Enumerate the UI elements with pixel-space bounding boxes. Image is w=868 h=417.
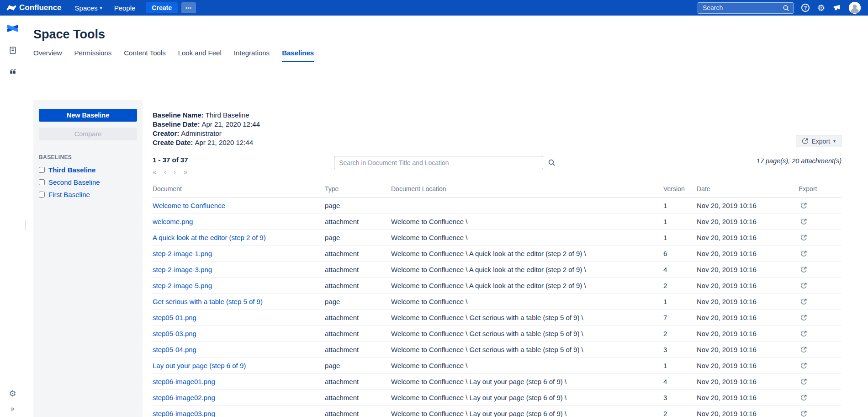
sidebar-item-pages[interactable] — [8, 46, 17, 55]
tab[interactable]: Look and Feel — [178, 49, 222, 62]
pager-button[interactable]: › — [174, 168, 176, 176]
megaphone-icon[interactable] — [833, 4, 841, 12]
nav-item-label: Spaces — [75, 4, 98, 12]
confluence-home-link[interactable]: Confluence — [6, 3, 62, 13]
export-cell — [799, 230, 842, 245]
global-search-input[interactable] — [702, 4, 783, 12]
baselines-section-label: BASELINES — [39, 154, 137, 160]
tab[interactable]: Baselines — [282, 49, 314, 62]
row-export-icon[interactable] — [799, 330, 807, 337]
tab[interactable]: Overview — [33, 49, 62, 62]
date-cell: Nov 20, 2019 10:16 — [697, 198, 799, 213]
document-cell: step06-image02.png — [153, 390, 325, 405]
row-export-icon[interactable] — [799, 346, 807, 353]
document-link[interactable]: A quick look at the editor (step 2 of 9) — [153, 234, 266, 241]
version-cell: 4 — [663, 262, 697, 277]
compare-button[interactable]: Compare — [39, 128, 137, 140]
space-logo[interactable] — [7, 23, 18, 34]
page-title: Space Tools — [33, 27, 842, 42]
baseline-checkbox[interactable] — [39, 179, 45, 185]
export-cell — [799, 278, 842, 293]
type-cell: page — [325, 294, 391, 309]
pager-button[interactable]: » — [184, 168, 187, 176]
location-cell: Welcome to Confluence \ Get serious with… — [391, 326, 663, 341]
document-link[interactable]: step-2-image-5.png — [153, 282, 212, 289]
export-cell — [799, 358, 842, 373]
baseline-link[interactable]: Second Baseline — [48, 178, 100, 186]
version-cell: 6 — [663, 246, 697, 261]
help-icon[interactable]: ? — [801, 4, 810, 12]
table-row: step05-03.png attachment Welcome to Conf… — [153, 326, 842, 342]
location-cell: Welcome to Confluence \ A quick look at … — [391, 246, 663, 261]
sidebar-item-blog[interactable] — [8, 67, 17, 76]
row-export-icon[interactable] — [799, 394, 807, 401]
document-link[interactable]: step-2-image-3.png — [153, 266, 212, 273]
document-link[interactable]: Welcome to Confluence — [153, 202, 225, 209]
sidebar-resize-handle[interactable] — [24, 220, 26, 230]
space-settings-gear-icon[interactable]: ⚙ — [9, 390, 16, 398]
pager-button[interactable]: ‹ — [164, 168, 166, 176]
pager-button[interactable]: « — [153, 168, 156, 176]
baseline-link[interactable]: Third Baseline — [48, 166, 95, 174]
row-export-icon[interactable] — [799, 218, 807, 225]
tab[interactable]: Integrations — [234, 49, 270, 62]
pager-glyph: ‹ — [164, 168, 166, 176]
table-body: Welcome to Confluence page 1 Nov 20, 201… — [153, 198, 842, 417]
document-link[interactable]: Get serious with a table (step 5 of 9) — [153, 298, 263, 305]
document-link[interactable]: step06-image01.png — [153, 378, 215, 385]
table-row: A quick look at the editor (step 2 of 9)… — [153, 230, 842, 246]
nav-item[interactable]: People — [108, 0, 142, 16]
expand-sidebar-icon[interactable]: » — [11, 405, 15, 412]
new-baseline-button[interactable]: New Baseline — [39, 109, 137, 122]
search-icon[interactable] — [783, 5, 789, 11]
row-export-icon[interactable] — [799, 250, 807, 257]
pager-glyph: › — [174, 168, 176, 176]
row-export-icon[interactable] — [799, 282, 807, 289]
avatar[interactable] — [849, 2, 861, 14]
row-export-icon[interactable] — [799, 266, 807, 273]
chevron-down-icon: ▾ — [100, 5, 102, 11]
search-icon[interactable] — [548, 159, 556, 166]
space-tools-tabs: Overview Permissions Content Tools Look … — [33, 49, 842, 62]
document-link[interactable]: Lay out your page (step 6 of 9) — [153, 362, 246, 369]
document-link[interactable]: welcome.png — [153, 218, 193, 225]
nav-item[interactable]: Spaces ▾ — [69, 0, 108, 16]
document-link[interactable]: step06-image02.png — [153, 394, 215, 401]
detail-line: Baseline Name:Third Baseline — [153, 111, 260, 120]
date-cell: Nov 20, 2019 10:16 — [697, 342, 799, 357]
row-export-icon[interactable] — [799, 314, 807, 321]
column-header: Version — [663, 183, 697, 197]
column-header: Document — [153, 183, 325, 197]
baseline-link[interactable]: First Baseline — [48, 191, 90, 198]
main-content: Space Tools Overview Permissions Content… — [25, 16, 868, 417]
type-cell: attachment — [325, 374, 391, 389]
row-export-icon[interactable] — [799, 234, 807, 241]
document-search-input[interactable] — [334, 156, 543, 169]
document-link[interactable]: step06-image03.png — [153, 410, 215, 417]
export-button-label: Export — [812, 138, 830, 145]
gear-icon[interactable]: ⚙ — [817, 4, 825, 12]
row-export-icon[interactable] — [799, 202, 807, 209]
table-row: step06-image03.png attachment Welcome to… — [153, 406, 842, 417]
row-export-icon[interactable] — [799, 410, 807, 417]
column-header-label: Version — [663, 185, 685, 192]
tab-label: Integrations — [234, 49, 270, 57]
document-cell: A quick look at the editor (step 2 of 9) — [153, 230, 325, 245]
document-link[interactable]: step05-03.png — [153, 330, 196, 337]
baseline-checkbox[interactable] — [39, 192, 45, 198]
row-export-icon[interactable] — [799, 362, 807, 369]
document-link[interactable]: step05-01.png — [153, 314, 196, 321]
row-export-icon[interactable] — [799, 378, 807, 385]
primary-nav: Spaces ▾ People — [69, 0, 142, 16]
tab[interactable]: Content Tools — [124, 49, 165, 62]
more-button[interactable]: ••• — [181, 2, 196, 13]
version-cell: 1 — [663, 214, 697, 229]
document-link[interactable]: step05-04.png — [153, 346, 196, 353]
create-button[interactable]: Create — [146, 2, 178, 13]
tab[interactable]: Permissions — [74, 49, 112, 62]
baseline-checkbox[interactable] — [39, 167, 45, 173]
export-button[interactable]: Export ▾ — [796, 135, 842, 147]
row-export-icon[interactable] — [799, 298, 807, 305]
document-link[interactable]: step-2-image-1.png — [153, 250, 212, 257]
pages-icon — [8, 46, 17, 55]
